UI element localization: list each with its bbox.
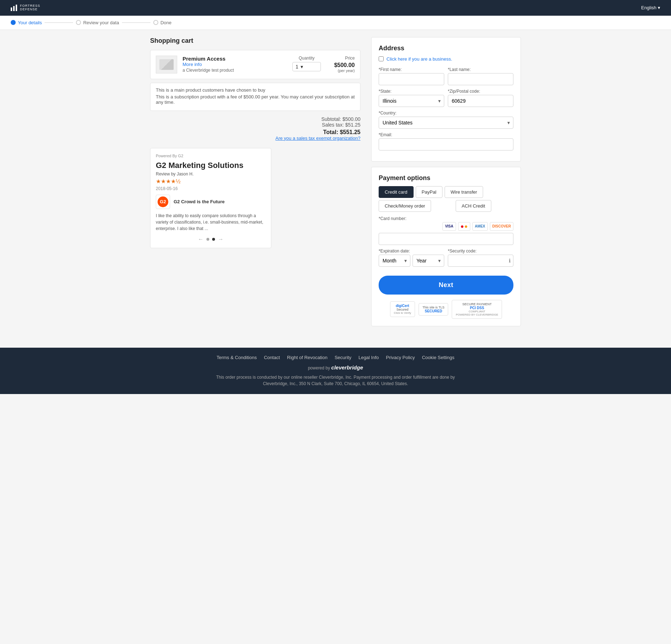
more-info-link[interactable]: More info [183, 62, 287, 67]
expiry-label: *Expiration date: [379, 249, 444, 254]
cart-item: Premium Access More info a Cleverbridge … [150, 50, 360, 79]
card-number-input[interactable] [379, 233, 513, 245]
state-select-wrapper: Illinois California New York Texas Flori… [379, 95, 444, 107]
review-company: G2 G2 Crowd is the Future [156, 195, 266, 209]
review-dot-2 [212, 238, 215, 241]
footer-link-revocation[interactable]: Right of Revocation [287, 355, 327, 360]
footer-link-terms[interactable]: Terms & Conditions [216, 355, 257, 360]
security-code-group: *Security code: ℹ [448, 249, 513, 267]
cart-totals: Subtotal: $500.00 Sales tax: $51.25 Tota… [150, 116, 360, 141]
security-code-label: *Security code: [448, 249, 513, 254]
last-name-input[interactable] [448, 73, 513, 85]
month-select[interactable]: Month 010203 040506 070809 101112 [379, 255, 410, 267]
info-icon[interactable]: ℹ [509, 258, 511, 264]
zip-label: *Zip/Postal code: [448, 89, 513, 94]
tab-credit-card[interactable]: Credit card [379, 186, 414, 198]
footer-link-cookies[interactable]: Cookie Settings [422, 355, 454, 360]
progress-step-your-details: Your details [11, 20, 42, 25]
visa-icon: VISA [442, 222, 456, 231]
month-select-wrapper: Month 010203 040506 070809 101112 ▾ [379, 255, 410, 267]
mastercard-icon: ●● [458, 222, 470, 231]
cart-title: Shopping cart [150, 37, 360, 45]
last-name-group: *Last name: [448, 67, 513, 85]
footer-link-security[interactable]: Security [334, 355, 351, 360]
review-powered-by: Powered By G2 [156, 154, 266, 158]
product-info: Premium Access More info a Cleverbridge … [183, 56, 287, 73]
card-number-label: *Card number: [379, 216, 513, 221]
first-name-label: *First name: [379, 67, 444, 72]
review-navigation: ← → [156, 236, 266, 242]
price-period: (per year) [326, 68, 355, 73]
tab-paypal[interactable]: PayPal [416, 186, 442, 198]
first-name-input[interactable] [379, 73, 444, 85]
zip-input[interactable] [448, 95, 513, 107]
state-select[interactable]: Illinois California New York Texas Flori… [379, 95, 444, 107]
payment-section: Payment options Credit card PayPal Wire … [371, 167, 521, 326]
review-stars: ★★★★½ [156, 178, 266, 185]
logo-icon [11, 5, 17, 11]
cart-total: Total: $551.25 [150, 129, 360, 136]
email-label: *Email: [379, 132, 513, 137]
product-name: Premium Access [183, 56, 287, 62]
header: FORTRESS DEFENSE English ▾ [0, 0, 671, 16]
review-by: Review by Jason H. [156, 172, 266, 177]
next-button[interactable]: Next [379, 276, 513, 295]
name-row: *First name: *Last name: [379, 67, 513, 85]
payment-tabs: Credit card PayPal Wire transfer Check/M… [379, 186, 513, 212]
email-row: *Email: [379, 132, 513, 150]
state-group: *State: Illinois California New York Tex… [379, 89, 444, 107]
cart-tax: Sales tax: $51.25 [150, 122, 360, 128]
logo-text: FORTRESS DEFENSE [20, 4, 40, 11]
business-label[interactable]: Click here if you are a business. [386, 56, 452, 62]
footer-powered: powered by cleverbridge [11, 364, 660, 370]
review-next-button[interactable]: → [218, 236, 224, 242]
last-name-label: *Last name: [448, 67, 513, 72]
review-text: I like the ability to easily compare sol… [156, 213, 266, 232]
review-dot-1 [206, 238, 209, 241]
digicert-badge: digiCert Secured Click to Verify [390, 301, 415, 317]
right-column: Address Click here if you are a business… [371, 37, 521, 326]
quantity-label: Quantity [292, 56, 321, 61]
product-desc: a Cleverbridge test product [183, 68, 287, 73]
footer-link-contact[interactable]: Contact [264, 355, 280, 360]
language-selector[interactable]: English ▾ [641, 5, 660, 10]
tab-check-money[interactable]: Check/Money order [379, 200, 431, 212]
year-select-wrapper: Year 202420252026 202720282029 ▾ [413, 255, 444, 267]
tab-ach-credit[interactable]: ACH Credit [456, 200, 491, 212]
tax-exempt-link[interactable]: Are you a sales tax exempt organization? [150, 136, 360, 141]
card-brands: VISA ●● AMEX DISCOVER [379, 222, 513, 231]
left-column: Shopping cart Premium Access More info a… [150, 37, 371, 326]
footer-link-legal[interactable]: Legal Info [358, 355, 379, 360]
country-label: *Country: [379, 111, 513, 116]
quantity-selector[interactable]: 1 ▾ [292, 62, 321, 71]
progress-line-1 [45, 22, 73, 23]
g2-icon: G2 [156, 195, 170, 209]
business-checkbox[interactable] [379, 56, 384, 61]
review-prev-button[interactable]: ← [198, 236, 204, 242]
tab-wire-transfer[interactable]: Wire transfer [445, 186, 483, 198]
chevron-down-icon: ▾ [658, 5, 660, 10]
chevron-down-icon: ▾ [301, 64, 303, 70]
expiry-group: *Expiration date: Month 010203 040506 07… [379, 249, 444, 267]
discover-icon: DISCOVER [490, 222, 513, 231]
progress-step-done: Done [153, 20, 171, 25]
country-select[interactable]: United States Canada United Kingdom Germ… [379, 117, 513, 129]
card-number-row: *Card number: VISA ●● AMEX DISCOVER [379, 216, 513, 245]
progress-bar: Your details Review your data Done [0, 16, 671, 30]
address-section: Address Click here if you are a business… [371, 37, 521, 162]
price-value: $500.00 [326, 62, 355, 68]
business-checkbox-row: Click here if you are a business. [379, 56, 513, 62]
security-input-wrapper: ℹ [448, 255, 513, 267]
email-input[interactable] [379, 138, 513, 150]
product-image [156, 56, 177, 73]
security-code-input[interactable] [448, 255, 513, 267]
footer-links: Terms & Conditions Contact Right of Revo… [11, 355, 660, 360]
progress-line-2 [122, 22, 150, 23]
progress-step-review: Review your data [76, 20, 119, 25]
year-select[interactable]: Year 202420252026 202720282029 [413, 255, 444, 267]
state-zip-row: *State: Illinois California New York Tex… [379, 89, 513, 107]
email-group: *Email: [379, 132, 513, 150]
country-row: *Country: United States Canada United Ki… [379, 111, 513, 129]
footer-link-privacy[interactable]: Privacy Policy [386, 355, 415, 360]
footer: Terms & Conditions Contact Right of Revo… [0, 348, 671, 394]
